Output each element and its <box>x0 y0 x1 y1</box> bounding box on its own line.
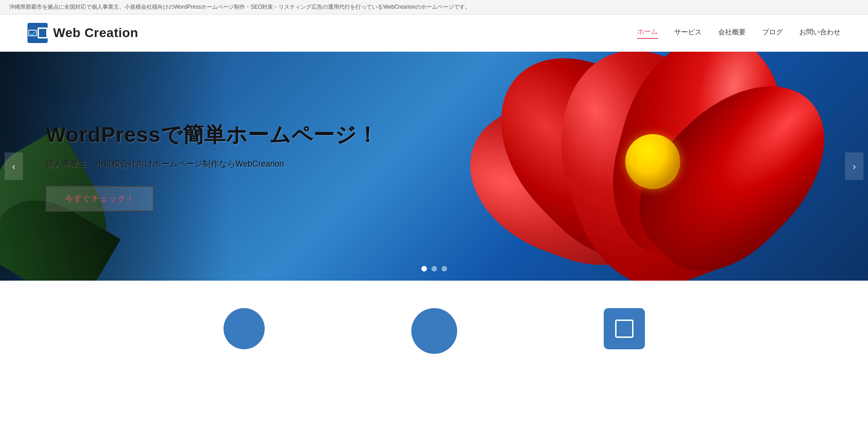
right-chevron-icon: › <box>853 161 856 172</box>
bottom-icon-1 <box>224 308 265 349</box>
logo-text: Web Creation <box>53 26 138 40</box>
svg-rect-0 <box>27 28 38 38</box>
logo-area: Web Creation <box>27 23 138 43</box>
hero-section: WordPressで簡単ホームページ！ 個人事業主、小規模会社向けホームページ制… <box>0 52 868 281</box>
banner-text: 沖縄県那覇市を拠点に全国対応で個人事業主、小規模会社様向けのWordPressホ… <box>9 4 470 10</box>
nav-item-about[interactable]: 会社概要 <box>718 28 746 38</box>
slider-arrow-left[interactable]: ‹ <box>5 152 23 180</box>
nav-item-blog[interactable]: ブログ <box>762 28 783 38</box>
left-chevron-icon: ‹ <box>12 161 16 172</box>
slider-dot-3[interactable] <box>442 266 447 271</box>
slider-arrow-right[interactable]: › <box>845 152 863 180</box>
hero-title: WordPressで簡単ホームページ！ <box>46 121 378 149</box>
nav-item-home[interactable]: ホーム <box>637 27 658 39</box>
logo-icon <box>27 23 48 43</box>
main-nav: ホーム サービス 会社概要 ブログ お問い合わせ <box>637 27 841 39</box>
bottom-icons-section <box>0 281 868 381</box>
header: Web Creation ホーム サービス 会社概要 ブログ お問い合わせ <box>0 15 868 52</box>
slider-dot-2[interactable] <box>431 266 437 271</box>
logo-svg <box>27 25 38 41</box>
hero-subtitle: 個人事業主、小規模会社向けホームページ制作ならWebCrearion <box>46 158 378 169</box>
hero-content: WordPressで簡単ホームページ！ 個人事業主、小規模会社向けホームページ制… <box>46 121 378 212</box>
hero-cta-button[interactable]: 今すぐチェック！ <box>46 186 154 212</box>
nav-item-services[interactable]: サービス <box>674 28 702 38</box>
top-banner: 沖縄県那覇市を拠点に全国対応で個人事業主、小規模会社様向けのWordPressホ… <box>0 0 868 15</box>
nav-item-contact[interactable]: お問い合わせ <box>799 28 841 38</box>
bottom-icon-2 <box>411 308 457 354</box>
hibiscus-flower <box>474 52 831 281</box>
slider-dots <box>421 266 447 271</box>
bottom-icon-3 <box>604 308 645 349</box>
slider-dot-1[interactable] <box>421 266 427 271</box>
square-icon <box>615 320 633 338</box>
flower-center <box>625 134 680 189</box>
